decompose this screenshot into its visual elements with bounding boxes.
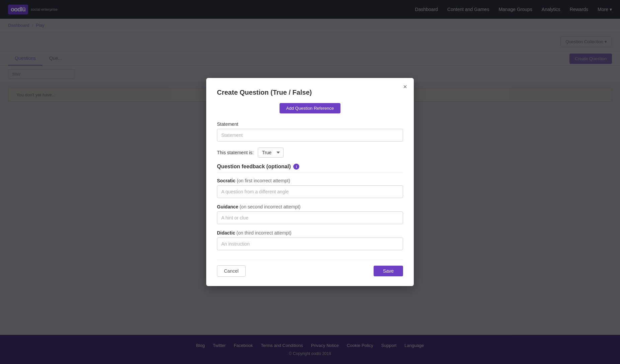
statement-group: Statement [217,121,403,142]
guidance-sublabel: (on second incorrect attempt) [240,204,301,209]
info-icon[interactable]: i [293,164,299,170]
feedback-title-text: Question feedback (optional) [217,164,291,170]
modal-close-button[interactable]: × [403,83,407,90]
guidance-input[interactable] [217,211,403,224]
socratic-label-bold: Socratic [217,178,235,183]
socratic-input[interactable] [217,185,403,198]
didactic-label-bold: Didactic [217,230,235,236]
add-question-reference-button[interactable]: Add Question Reference [280,103,340,113]
statement-input[interactable] [217,129,403,142]
modal-title: Create Question (True / False) [217,89,403,96]
didactic-group: Didactic (on third incorrect attempt) [217,230,403,250]
feedback-section-title: Question feedback (optional) i [217,164,403,170]
modal: × Create Question (True / False) Add Que… [206,78,414,286]
guidance-label: Guidance (on second incorrect attempt) [217,204,403,209]
guidance-label-bold: Guidance [217,204,238,209]
didactic-sublabel: (on third incorrect attempt) [236,230,291,236]
socratic-group: Socratic (on first incorrect attempt) [217,178,403,198]
socratic-label: Socratic (on first incorrect attempt) [217,178,403,183]
socratic-sublabel: (on first incorrect attempt) [237,178,290,183]
guidance-group: Guidance (on second incorrect attempt) [217,204,403,224]
statement-label: Statement [217,121,403,127]
modal-header-actions: Add Question Reference [217,103,403,113]
modal-overlay: × Create Question (True / False) Add Que… [0,0,620,364]
this-statement-is-label: This statement is: [217,150,254,155]
statement-true-row: This statement is: True False [217,148,403,158]
section-divider [217,172,403,173]
cancel-button[interactable]: Cancel [217,265,246,277]
save-button[interactable]: Save [374,266,403,276]
true-false-select[interactable]: True False [258,148,284,158]
didactic-input[interactable] [217,238,403,250]
modal-footer: Cancel Save [217,260,403,277]
didactic-label: Didactic (on third incorrect attempt) [217,230,403,236]
